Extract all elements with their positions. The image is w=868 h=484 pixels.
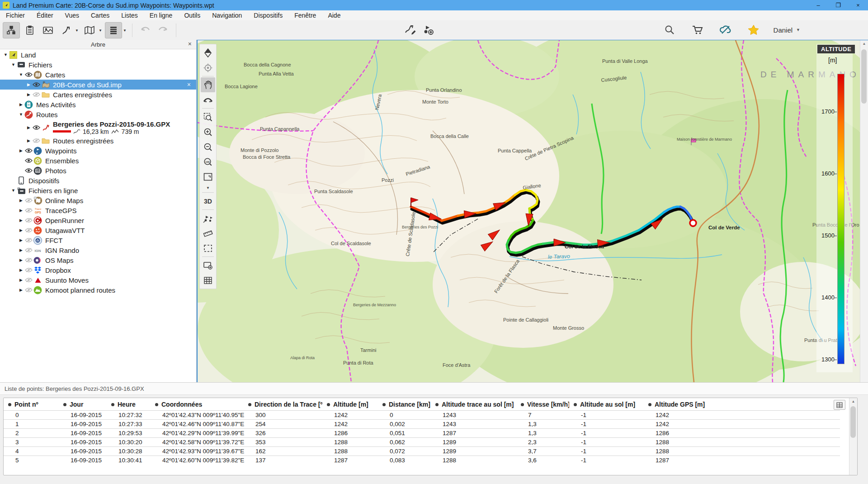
menu-item-vues[interactable]: Vues — [59, 11, 85, 20]
menu-item-listes[interactable]: Listes — [115, 11, 144, 20]
view-3d-tool[interactable]: 3D — [201, 194, 215, 209]
visibility-eye-icon[interactable] — [32, 138, 41, 143]
table-row[interactable]: 216-09-201510:29:5342º01'42.29"N 009º11'… — [4, 429, 840, 438]
menu-item-cartes[interactable]: Cartes — [85, 11, 115, 20]
table-row[interactable]: 016-09-201510:27:3242º01'42.43"N 009º11'… — [4, 411, 840, 420]
tree-item-fichiers-en-ligne[interactable]: ▼Fichiers en ligne — [0, 185, 196, 195]
tree-item-waypoints[interactable]: ▶Waypoints — [0, 146, 196, 156]
table-row[interactable]: 116-09-201510:27:3342º01'42.46"N 009º11'… — [4, 420, 840, 429]
new-map-tool[interactable] — [201, 258, 215, 273]
menu-item-outils[interactable]: Outils — [178, 11, 206, 20]
visibility-eye-icon[interactable] — [24, 208, 33, 213]
tree-item-os-maps[interactable]: ▶OS Maps — [0, 255, 196, 265]
table-row[interactable]: 516-09-201510:30:4142º01'42.60"N 009º11'… — [4, 456, 840, 465]
expander-icon[interactable]: ▼ — [18, 72, 24, 77]
table-scrollbar[interactable]: ▲ — [849, 398, 857, 475]
locate-tool[interactable] — [201, 60, 215, 75]
expander-icon[interactable]: ▶ — [18, 248, 24, 252]
expander-icon[interactable]: ▶ — [18, 102, 24, 107]
visibility-eye-icon[interactable] — [24, 158, 33, 163]
orientation-tool[interactable] — [201, 45, 215, 60]
table-row[interactable]: 416-09-201510:30:2842º01'42.93"N 009º11'… — [4, 447, 840, 456]
menu-item-diter[interactable]: Éditer — [31, 11, 59, 20]
tree-item-ensembles[interactable]: Ensembles — [0, 156, 196, 166]
table-row[interactable]: 316-09-201510:30:2042º01'42.58"N 009º11'… — [4, 438, 840, 447]
data-tree-button[interactable] — [3, 22, 20, 38]
column-header-direction-de-la-trace[interactable]: Direction de la Trace [º] — [244, 398, 322, 411]
remove-item-icon[interactable]: × — [187, 81, 191, 88]
recenter-tool[interactable] — [201, 92, 215, 107]
zoom-in-tool[interactable] — [201, 124, 215, 139]
visibility-eye-icon[interactable] — [32, 82, 41, 87]
column-header-jour[interactable]: Jour — [59, 398, 107, 411]
sidebar-close-icon[interactable]: × — [188, 40, 192, 47]
maps-list-button[interactable] — [81, 23, 98, 38]
visibility-eye-icon[interactable] — [24, 287, 33, 293]
map-viewport[interactable]: Punta di Valle LongaBocca della CagnoneP… — [197, 40, 868, 383]
expander-icon[interactable]: ▶ — [26, 125, 32, 130]
zoom-out-tool[interactable] — [201, 139, 215, 154]
fit-view-tool[interactable] — [201, 169, 215, 184]
tree-item-komoot-planned-routes[interactable]: ▶Komoot planned routes — [0, 285, 196, 295]
expander-icon[interactable]: ▶ — [18, 208, 24, 213]
expander-icon[interactable]: ▶ — [18, 238, 24, 242]
visibility-eye-icon[interactable] — [24, 228, 33, 233]
undo-button[interactable] — [137, 23, 153, 38]
minimize-button[interactable]: – — [808, 0, 828, 10]
photos-button[interactable] — [40, 23, 56, 38]
menu-item-navigation[interactable]: Navigation — [206, 11, 248, 20]
tree-item-dispositifs[interactable]: Dispositifs — [0, 176, 196, 185]
column-header-altitude-gps-m[interactable]: Altitude GPS [m] — [644, 398, 840, 411]
scroll-thumb[interactable] — [861, 49, 867, 104]
link-waypoints-tool[interactable] — [201, 211, 215, 226]
visibility-eye-icon[interactable] — [32, 125, 41, 130]
new-waypoint-button[interactable] — [420, 22, 437, 38]
scroll-up-icon[interactable]: ▲ — [860, 40, 868, 47]
menu-item-en-ligne[interactable]: En ligne — [144, 11, 179, 20]
visibility-eye-icon[interactable] — [24, 257, 33, 263]
activities-list-button[interactable] — [22, 23, 38, 38]
cloud-sync-off-button[interactable] — [717, 22, 734, 38]
routes-list-button[interactable] — [58, 23, 74, 38]
expander-icon[interactable]: ▶ — [26, 82, 32, 87]
tree-item-mes-activit-s[interactable]: ▶Mes Activités — [0, 100, 196, 109]
route-end-marker[interactable] — [690, 220, 696, 226]
maps-caret-icon[interactable]: ▼ — [99, 28, 103, 33]
routes-caret-icon[interactable]: ▼ — [75, 28, 80, 33]
pan-hand-tool[interactable] — [201, 77, 215, 92]
column-header-point-n[interactable]: Point nº — [4, 398, 59, 411]
tree-item-utagawavtt[interactable]: ▶UtagawaVTT — [0, 225, 196, 235]
column-header-vitesse-km-h[interactable]: Vitesse [km/h] — [516, 398, 569, 411]
expander-icon[interactable]: ▶ — [18, 288, 24, 292]
topo-map[interactable]: Punta di Valle LongaBocca della CagnoneP… — [198, 40, 868, 382]
map-scrollbar[interactable]: ▲ — [860, 40, 868, 383]
tree-item-suunto-moves[interactable]: ▶Suunto Moves — [0, 275, 196, 285]
visibility-eye-icon[interactable] — [24, 218, 33, 223]
expander-icon[interactable]: ▶ — [18, 218, 24, 223]
expander-icon[interactable]: ▶ — [18, 148, 24, 153]
visibility-eye-icon[interactable] — [24, 267, 33, 273]
expander-icon[interactable]: ▶ — [18, 198, 24, 203]
tree-item-cartes-enregistr-es[interactable]: ▶Cartes enregistrées — [0, 90, 196, 100]
tree-item-dropbox[interactable]: ▶Dropbox — [0, 265, 196, 275]
expander-icon[interactable]: ▼ — [3, 52, 9, 57]
menu-item-fichier[interactable]: Fichier — [0, 11, 31, 20]
tree-item-routes[interactable]: ▼Routes — [0, 109, 196, 119]
menu-item-dispositifs[interactable]: Dispositifs — [248, 11, 288, 20]
tree-item-online-maps[interactable]: ▶Online Maps — [0, 195, 196, 205]
expander-icon[interactable]: ▼ — [10, 62, 16, 67]
zoom-options-caret[interactable]: ▼ — [201, 184, 215, 191]
expander-icon[interactable]: ▼ — [10, 188, 16, 193]
edit-route-button[interactable] — [402, 22, 419, 38]
visibility-eye-icon[interactable] — [24, 148, 33, 153]
redo-button[interactable] — [155, 23, 171, 38]
tree-item-tracegps[interactable]: ▶TraceGPSTraceGPS — [0, 205, 196, 215]
visibility-eye-icon[interactable] — [24, 168, 33, 173]
select-area-tool[interactable] — [201, 241, 215, 256]
menu-item-aide[interactable]: Aide — [322, 11, 346, 20]
visibility-eye-icon[interactable] — [24, 198, 33, 203]
column-header-altitude-trace-au-sol-m[interactable]: Altitude trace au sol [m] — [431, 398, 516, 411]
column-header-altitude-au-sol-m[interactable]: Altitude au sol [m] — [569, 398, 644, 411]
mosaic-grid-tool[interactable] — [201, 273, 215, 288]
table-options-button[interactable] — [834, 400, 845, 410]
